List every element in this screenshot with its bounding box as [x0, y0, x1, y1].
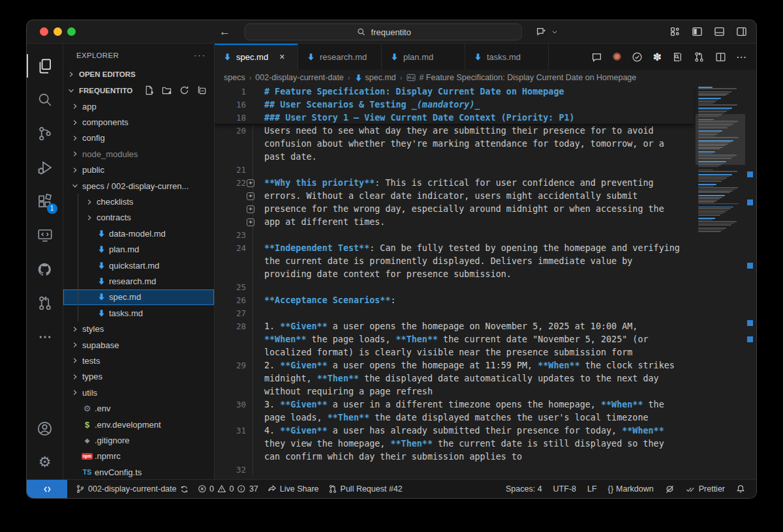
code-line[interactable]: 16## User Scenarios & Testing _(mandator… [215, 98, 694, 111]
navigate-back-button[interactable]: ← [219, 25, 230, 38]
minimap[interactable] [696, 85, 745, 479]
code-line[interactable]: can confirm which day their submission a… [215, 451, 694, 464]
breadcrumb-item[interactable]: spec.md [354, 72, 396, 83]
more-actions-icon[interactable]: ⋯ [736, 51, 747, 63]
tree-item-supabase[interactable]: supabase [63, 337, 214, 353]
code-line[interactable]: page loads, **Then** the date displayed … [215, 411, 694, 424]
tree-item-config[interactable]: config [63, 130, 214, 146]
tree-item--npmrc[interactable]: npm.npmrc [63, 449, 214, 464]
open-preview-icon[interactable] [671, 51, 683, 63]
claude-icon[interactable]: ✺ [612, 50, 621, 64]
breadcrumb-item[interactable]: 002-display-current-date [255, 73, 344, 82]
gutter-plus-icon[interactable]: + [247, 179, 254, 187]
tree-item-envconfig-ts[interactable]: TSenvConfig.ts [63, 464, 214, 479]
activity-bar-item-run-debug[interactable] [27, 151, 63, 185]
code-line[interactable]: 24**Independent Test**: Can be fully tes… [215, 242, 694, 255]
tree-item-public[interactable]: public [63, 162, 214, 178]
code-line[interactable]: 314. **Given** a user has already submit… [215, 424, 694, 437]
formatter-status[interactable]: Prettier [683, 480, 728, 498]
tree-item--gitignore[interactable]: ◆.gitignore [63, 432, 214, 448]
code-line[interactable]: localized format) is clearly visible nea… [215, 346, 694, 359]
tree-item-spec-md[interactable]: spec.md [63, 289, 214, 305]
minimap-slider[interactable] [696, 114, 745, 165]
zoom-window-button[interactable] [67, 27, 76, 36]
code-line[interactable]: **When** the page loads, **Then** the cu… [215, 333, 694, 346]
code-content[interactable]: 20Users need to see what day they are su… [215, 125, 694, 479]
code-line[interactable]: 23 [215, 229, 694, 242]
tab-plan-md[interactable]: plan.md [382, 44, 465, 70]
tree-item--env-development[interactable]: $.env.development [63, 417, 214, 432]
tree-item-plan-md[interactable]: plan.md [63, 242, 214, 258]
comment-icon[interactable] [591, 51, 602, 63]
code-line[interactable]: +app at different times. [215, 216, 694, 229]
notifications-status[interactable] [733, 480, 748, 498]
tree-item-utils[interactable]: utils [63, 385, 214, 400]
code-line[interactable]: 18### User Story 1 – View Current Date C… [215, 111, 694, 125]
chevron-down-icon[interactable] [549, 26, 560, 38]
code-line[interactable]: midnight, **Then** the displayed date au… [215, 372, 694, 385]
activity-bar-item-account[interactable] [27, 411, 63, 445]
code-line[interactable]: +errors. Without a clear date indicator,… [215, 190, 694, 203]
tree-item-styles[interactable]: styles [63, 321, 214, 336]
gutter-plus-icon[interactable]: + [247, 218, 254, 226]
overview-ruler[interactable] [745, 85, 756, 479]
problems-status[interactable]: 0 0 37 [194, 480, 262, 498]
tree-item-contracts[interactable]: contracts [63, 210, 214, 226]
code-line[interactable]: 21 [215, 164, 694, 177]
tree-item-types[interactable]: types [63, 369, 214, 385]
toggle-primary-sidebar-icon[interactable] [691, 26, 703, 38]
tree-item-checklists[interactable]: checklists [63, 194, 214, 209]
copilot-status[interactable] [662, 480, 678, 498]
activity-bar-item-explorer[interactable] [27, 49, 63, 83]
code-line[interactable]: 32 [215, 464, 694, 477]
editor[interactable]: 1# Feature Specification: Display Curren… [215, 85, 756, 479]
project-section-header[interactable]: FREQUENTITO [63, 82, 214, 98]
code-line[interactable]: 25 [215, 281, 694, 294]
git-branch-status[interactable]: 002-display-current-date [72, 480, 192, 498]
language-mode-status[interactable]: { } Markdown [605, 480, 657, 498]
breadcrumb-item[interactable]: specs [224, 73, 245, 82]
tree-item-components[interactable]: components [63, 114, 214, 130]
tree-item-research-md[interactable]: research.md [63, 273, 214, 289]
code-line[interactable]: 281. **Given** a user opens the homepage… [215, 320, 694, 333]
remote-indicator[interactable] [27, 480, 67, 498]
code-line[interactable]: confusion about whether they're marking … [215, 138, 694, 151]
code-line[interactable]: 26**Acceptance Scenarios**: [215, 294, 694, 307]
code-line[interactable]: 20Users need to see what day they are su… [215, 125, 694, 138]
code-line[interactable]: 1# Feature Specification: Display Curren… [215, 85, 694, 98]
indentation-status[interactable]: Spaces: 4 [502, 480, 545, 498]
check-circle-icon[interactable] [632, 51, 643, 63]
code-line[interactable]: 22+**Why this priority**: This is critic… [215, 177, 694, 190]
code-line[interactable]: 292. **Given** a user opens the homepage… [215, 359, 694, 372]
sticky-scroll[interactable]: 1# Feature Specification: Display Curren… [215, 85, 694, 125]
live-share-status[interactable]: Live Share [264, 480, 322, 498]
toggle-panel-icon[interactable] [713, 26, 725, 38]
activity-bar-item-extensions[interactable]: 1 [27, 185, 63, 218]
pull-request-status[interactable]: Pull Request #42 [325, 480, 406, 498]
breadcrumb-item[interactable]: # Feature Specification: Display Current… [406, 72, 636, 83]
split-editor-icon[interactable] [714, 51, 726, 63]
gutter-plus-icon[interactable]: + [247, 192, 254, 200]
activity-bar-item-pull-requests[interactable] [27, 286, 63, 320]
code-line[interactable]: +presence for the wrong day, especially … [215, 203, 694, 216]
close-window-button[interactable] [40, 27, 48, 36]
sidebar-more-actions-icon[interactable]: ··· [194, 50, 206, 60]
activity-bar-item-settings[interactable]: ⚙ [27, 445, 63, 479]
new-file-icon[interactable] [143, 85, 155, 96]
code-line[interactable]: providing date context for presence subm… [215, 268, 694, 281]
tab-research-md[interactable]: research.md [298, 44, 382, 70]
activity-bar-item-github[interactable] [27, 252, 63, 286]
activity-bar-item-source-control[interactable] [27, 117, 63, 151]
gutter-plus-icon[interactable]: + [247, 205, 254, 213]
open-editors-section[interactable]: OPEN EDITORS [63, 66, 214, 82]
collapse-folders-icon[interactable] [196, 85, 207, 96]
activity-bar-item-more[interactable] [27, 320, 63, 354]
tree-item-data-model-md[interactable]: data-model.md [63, 226, 214, 241]
tab-spec-md[interactable]: spec.md× [215, 44, 298, 70]
command-center-search[interactable]: frequentito [245, 23, 522, 40]
encoding-status[interactable]: UTF-8 [550, 480, 579, 498]
tree-item-node-modules[interactable]: node_modules [63, 146, 214, 162]
code-line[interactable]: 27 [215, 307, 694, 320]
code-line[interactable]: without requiring a page refresh [215, 385, 694, 398]
code-line[interactable]: 303. **Given** a user in a different tim… [215, 398, 694, 411]
